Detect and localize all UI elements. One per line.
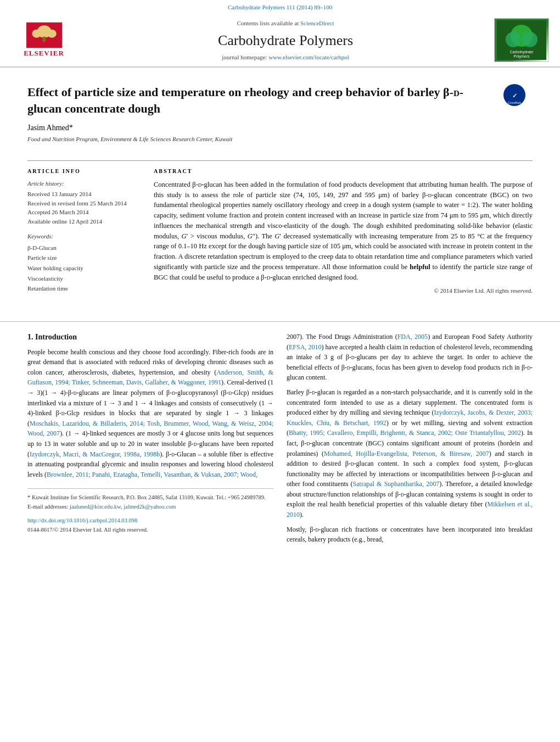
sciencedirect-link[interactable]: ScienceDirect	[300, 20, 334, 26]
ref-mohamed: Mohamed, Hojilla-Evangelista, Peterson, …	[324, 450, 489, 458]
available-date: Available online 12 April 2014	[27, 217, 137, 226]
svg-point-8	[522, 32, 537, 47]
ref-moschakis: Moschakis, Lazaridou, & Billaderis, 2014…	[27, 420, 273, 438]
article-info-col: ARTICLE INFO Article history: Received 1…	[27, 168, 137, 300]
keywords-label: Keywords:	[27, 232, 137, 241]
abstract-label: ABSTRACT	[154, 168, 533, 175]
elsevier-tree-icon	[26, 22, 62, 48]
footnote-email: E-mail addresses: jaaluned@kisr.edu.kw, …	[27, 503, 273, 512]
article-info-label: ARTICLE INFO	[27, 168, 137, 175]
right-para3: Mostly, β-d-glucan rich fractions or con…	[287, 525, 533, 545]
footnote-email-addresses[interactable]: jaaluned@kisr.edu.kw, jalmed2k@yahoo.com	[70, 504, 176, 510]
affiliation: Food and Nutrition Program, Environment …	[27, 135, 497, 143]
ref-izydorczyk2003: Izydorczyk, Jacobs, & Dexter, 2003; Knuc…	[287, 409, 533, 427]
svg-text:Polymers: Polymers	[513, 54, 530, 59]
keywords-list: β-D-Glucan Particle size Water holding c…	[27, 243, 137, 294]
body-left-col: 1. Introduction People become health con…	[27, 332, 273, 549]
ref-bhatty: Bhatty, 1995; Cavallero, Empilli, Brighe…	[289, 429, 521, 437]
received-date: Received 13 January 2014	[27, 189, 137, 199]
svg-point-4	[47, 30, 57, 38]
ref-satrapal: Satrapal & Suphantharika, 2007	[353, 480, 440, 488]
ref-efsa: EFSA, 2010	[289, 343, 321, 351]
journal-title: Carbohydrate Polymers	[77, 31, 494, 51]
elsevier-wordmark: ELSEVIER	[24, 48, 64, 58]
body-two-col: 1. Introduction People become health con…	[27, 332, 533, 549]
svg-text:✓: ✓	[512, 92, 517, 99]
homepage-label: journal homepage:	[222, 54, 267, 60]
keyword-3: Water holding capacity	[27, 263, 137, 274]
journal-reference: Carbohydrate Polymers 111 (2014) 89–100	[0, 0, 560, 13]
article-header-section: Effect of particle size and temperature …	[0, 68, 560, 311]
section-divider	[0, 321, 560, 322]
sciencedirect-label: Contents lists available at	[237, 20, 299, 26]
carbpol-logo-icon: Carbohydrate Polymers	[497, 20, 546, 60]
doi-link[interactable]: http://dx.doi.org/10.1016/j.carbpol.2014…	[27, 517, 137, 523]
keyword-4: Viscoelasticity	[27, 274, 137, 284]
footnote-star: * Kuwait Institute for Scientific Resear…	[27, 493, 273, 503]
abstract-col: ABSTRACT Concentrated β-d-glucan has bee…	[154, 168, 533, 300]
journal-ref-text: Carbohydrate Polymers 111 (2014) 89–100	[228, 4, 332, 10]
keyword-2: Particle size	[27, 253, 137, 263]
revised-date: Received in revised form 25 March 2014	[27, 199, 137, 208]
ref-fda: FDA, 2005	[397, 333, 428, 341]
svg-text:CrossMark: CrossMark	[508, 101, 522, 104]
svg-text:Carbohydrate: Carbohydrate	[510, 50, 534, 54]
homepage-link[interactable]: www.elsevier.com/locate/carbpol	[268, 54, 349, 60]
intro-heading: 1. Introduction	[27, 332, 273, 343]
journal-header: ELSEVIER Contents lists available at Sci…	[0, 13, 560, 68]
svg-point-7	[506, 32, 521, 47]
body-content: 1. Introduction People become health con…	[0, 332, 560, 549]
keyword-5: Retardation time	[27, 283, 137, 294]
footnote-issn: 0144-8617/© 2014 Elsevier Ltd. All right…	[27, 526, 273, 535]
accepted-date: Accepted 26 March 2014	[27, 208, 137, 217]
ref-brownlee: Brownlee, 2011; Panahi, Ezatagha, Temell…	[47, 471, 257, 478]
journal-logo-right: Carbohydrate Polymers	[494, 18, 549, 62]
article-info-abstract: ARTICLE INFO Article history: Received 1…	[27, 160, 533, 300]
right-para2: Barley β-d-glucan is regarded as a non-s…	[287, 387, 533, 520]
section-title: Introduction	[35, 333, 77, 341]
ref-anderson: Anderson, Smith, & Guftason, 1994; Tinke…	[27, 369, 273, 387]
article-history: Article history: Received 13 January 201…	[27, 180, 137, 226]
article-history-label: Article history:	[27, 180, 137, 188]
intro-para1: People become health conscious and they …	[27, 347, 273, 480]
author-name: Jasim Ahmed*	[27, 122, 497, 133]
footnote-email-label: E-mail addresses:	[27, 504, 68, 510]
header-center: Contents lists available at ScienceDirec…	[77, 19, 494, 62]
ref-year-2007: 2007	[287, 333, 300, 341]
svg-point-3	[32, 30, 41, 38]
footnotes-section: * Kuwait Institute for Scientific Resear…	[27, 488, 273, 534]
footnote-doi[interactable]: http://dx.doi.org/10.1016/j.carbpol.2014…	[27, 516, 273, 526]
keywords-section: Keywords: β-D-Glucan Particle size Water…	[27, 232, 137, 294]
keyword-1: β-D-Glucan	[27, 243, 137, 253]
crossmark-icon: ✓ CrossMark	[502, 83, 527, 108]
article-title: Effect of particle size and temperature …	[27, 84, 497, 116]
ref-izydorczyk: Izydorczyk, Macri, & MacGregor, 1998a, 1…	[30, 450, 160, 458]
ref-mikkelsen: Mikkelsen et al., 2010	[287, 500, 533, 518]
body-right-col: 2007). The Food Drugs Administration (FD…	[287, 332, 533, 549]
abstract-text: Concentrated β-d-glucan has been added i…	[154, 180, 533, 283]
journal-homepage: journal homepage: www.elsevier.com/locat…	[77, 53, 494, 62]
crossmark-badge: ✓ CrossMark	[502, 83, 533, 110]
copyright-notice: © 2014 Elsevier Ltd. All rights reserved…	[154, 287, 533, 295]
sciencedirect-line: Contents lists available at ScienceDirec…	[77, 19, 494, 27]
section-number: 1.	[27, 333, 35, 341]
svg-rect-2	[42, 37, 46, 42]
author-text: Jasim Ahmed*	[27, 124, 73, 132]
elsevier-logo: ELSEVIER	[11, 22, 77, 58]
right-para1: 2007). The Food Drugs Administration (FD…	[287, 332, 533, 383]
